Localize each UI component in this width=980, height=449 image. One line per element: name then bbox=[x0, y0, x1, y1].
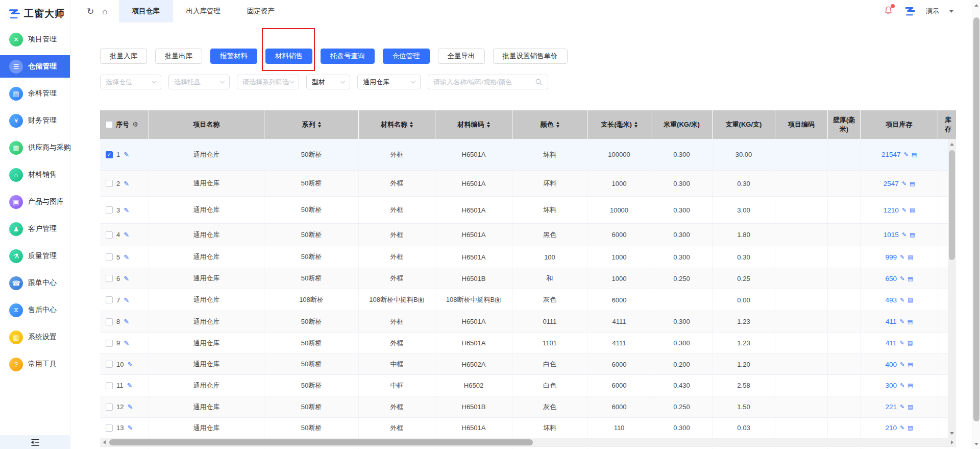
table-vertical-scrollbar-thumb[interactable] bbox=[949, 150, 955, 260]
toolbar-button-alert-materials[interactable]: 报警材料 bbox=[210, 49, 257, 64]
column-header-length[interactable]: 支长(毫米) bbox=[587, 110, 651, 139]
edit-row-pencil-icon[interactable]: ✎ bbox=[124, 231, 129, 239]
row-checkbox[interactable] bbox=[106, 340, 113, 347]
sort-desc-icon[interactable] bbox=[318, 125, 321, 128]
sort-toggle-icon[interactable] bbox=[318, 122, 321, 128]
edit-stock-icon[interactable]: ✎ bbox=[902, 181, 906, 186]
stock-detail-document-icon[interactable]: ▤ bbox=[908, 319, 913, 324]
project-stock-link[interactable]: 650 bbox=[885, 275, 897, 282]
project-stock-link[interactable]: 411 bbox=[886, 318, 897, 325]
filter-select-warehouse[interactable]: 通用仓库 bbox=[357, 75, 421, 89]
sort-desc-icon[interactable] bbox=[410, 125, 413, 128]
project-stock-link[interactable]: 210 bbox=[885, 424, 897, 432]
sidebar-item-after-sales-center[interactable]: ⧖售后中心 bbox=[0, 299, 70, 321]
refresh-icon[interactable]: ↻ bbox=[87, 7, 94, 16]
sidebar-item-quality-management[interactable]: ⚗质量管理 bbox=[0, 245, 70, 267]
project-stock-link[interactable]: 411 bbox=[886, 339, 897, 347]
sidebar-item-customer-management[interactable]: ♟客户管理 bbox=[0, 218, 70, 240]
sort-asc-icon[interactable] bbox=[410, 122, 413, 124]
edit-row-pencil-icon[interactable]: ✎ bbox=[124, 339, 129, 347]
sort-toggle-icon[interactable] bbox=[556, 122, 559, 128]
sidebar-item-surplus-management[interactable]: ▤余料管理 bbox=[0, 82, 70, 105]
horizontal-scrollbar-thumb[interactable] bbox=[109, 439, 533, 445]
collapse-sidebar-icon[interactable] bbox=[30, 438, 40, 446]
toolbar-button-batch-set-sales-price[interactable]: 批量设置销售单价 bbox=[493, 49, 568, 64]
toolbar-button-batch-outbound[interactable]: 批量出库 bbox=[155, 49, 202, 64]
toolbar-button-batch-inbound[interactable]: 批量入库 bbox=[100, 49, 147, 64]
user-dropdown-caret-icon[interactable] bbox=[949, 10, 953, 13]
edit-row-pencil-icon[interactable]: ✎ bbox=[127, 403, 133, 411]
project-stock-link[interactable]: 1210 bbox=[884, 206, 899, 214]
stock-detail-document-icon[interactable]: ▤ bbox=[908, 362, 913, 367]
edit-row-pencil-icon[interactable]: ✎ bbox=[124, 151, 129, 158]
row-checkbox[interactable] bbox=[106, 404, 113, 411]
sidebar-item-order-follow-center[interactable]: ☎跟单中心 bbox=[0, 272, 70, 294]
filter-select-bin[interactable]: 选择仓位 bbox=[100, 75, 161, 89]
project-stock-link[interactable]: 493 bbox=[885, 296, 897, 304]
edit-stock-icon[interactable]: ✎ bbox=[903, 152, 908, 157]
edit-row-pencil-icon[interactable]: ✎ bbox=[124, 296, 129, 304]
edit-row-pencil-icon[interactable]: ✎ bbox=[124, 206, 129, 214]
tab-project-warehouse[interactable]: 项目仓库 bbox=[119, 0, 173, 22]
row-checkbox[interactable] bbox=[106, 382, 113, 389]
row-checkbox[interactable] bbox=[106, 361, 113, 368]
scroll-left-arrow-icon[interactable] bbox=[100, 438, 108, 446]
sidebar-item-material-sales[interactable]: ⌂材料销售 bbox=[0, 163, 70, 186]
table-vertical-scrollbar[interactable] bbox=[948, 139, 956, 438]
stock-detail-document-icon[interactable]: ▤ bbox=[910, 207, 915, 213]
row-checkbox[interactable] bbox=[106, 206, 113, 214]
stock-detail-document-icon[interactable]: ▤ bbox=[908, 254, 913, 260]
filter-select-profile-type[interactable]: 型材 bbox=[306, 75, 350, 89]
tab-inout-management[interactable]: 出入库管理 bbox=[173, 0, 234, 22]
project-stock-link[interactable]: 221 bbox=[885, 403, 897, 411]
sort-asc-icon[interactable] bbox=[556, 122, 559, 124]
horizontal-scrollbar[interactable] bbox=[100, 438, 956, 446]
page-vertical-scrollbar-thumb[interactable] bbox=[973, 17, 979, 421]
edit-row-pencil-icon[interactable]: ✎ bbox=[127, 382, 133, 389]
sort-asc-icon[interactable] bbox=[318, 122, 321, 124]
sort-asc-icon[interactable] bbox=[487, 122, 490, 124]
stock-detail-document-icon[interactable]: ▤ bbox=[908, 297, 913, 303]
sort-toggle-icon[interactable] bbox=[487, 122, 490, 128]
sidebar-item-project-management[interactable]: ✕项目管理 bbox=[0, 28, 70, 51]
row-checkbox[interactable] bbox=[106, 180, 113, 187]
stock-detail-document-icon[interactable]: ▤ bbox=[908, 425, 913, 431]
row-checkbox[interactable] bbox=[106, 424, 113, 432]
sort-desc-icon[interactable] bbox=[487, 125, 490, 128]
search-input[interactable] bbox=[433, 78, 535, 86]
scroll-right-arrow-icon[interactable] bbox=[948, 438, 956, 446]
stock-detail-document-icon[interactable]: ▤ bbox=[908, 340, 913, 346]
edit-row-pencil-icon[interactable]: ✎ bbox=[124, 275, 129, 282]
edit-row-pencil-icon[interactable]: ✎ bbox=[124, 318, 129, 325]
edit-stock-icon[interactable]: ✎ bbox=[902, 232, 906, 238]
edit-stock-icon[interactable]: ✎ bbox=[902, 207, 906, 213]
column-header-color[interactable]: 颜色 bbox=[512, 110, 587, 139]
table-scroll-down-arrow-icon[interactable] bbox=[948, 429, 956, 437]
edit-stock-icon[interactable]: ✎ bbox=[900, 254, 904, 260]
stock-detail-document-icon[interactable]: ▤ bbox=[908, 383, 913, 388]
home-icon[interactable]: ⌂ bbox=[102, 7, 107, 16]
table-scroll-up-arrow-icon[interactable] bbox=[948, 140, 956, 148]
row-checkbox[interactable] bbox=[106, 318, 113, 325]
toolbar-button-bin-management[interactable]: 仓位管理 bbox=[383, 49, 430, 64]
edit-stock-icon[interactable]: ✎ bbox=[900, 404, 904, 410]
sidebar-item-product-gallery[interactable]: ▣产品与图库 bbox=[0, 191, 70, 213]
sidebar-item-common-tools[interactable]: ?常用工具 bbox=[0, 353, 70, 375]
edit-stock-icon[interactable]: ✎ bbox=[899, 319, 904, 324]
edit-row-pencil-icon[interactable]: ✎ bbox=[127, 424, 133, 432]
row-checkbox[interactable] bbox=[106, 275, 113, 282]
row-checkbox[interactable] bbox=[106, 296, 113, 303]
select-all-checkbox[interactable] bbox=[106, 121, 113, 128]
filter-select-series-filter[interactable]: 请选择系列筛选 bbox=[237, 75, 299, 89]
sidebar-item-finance-management[interactable]: ¥财务管理 bbox=[0, 109, 70, 132]
column-header-code[interactable]: 材料编码 bbox=[435, 110, 512, 139]
edit-stock-icon[interactable]: ✎ bbox=[900, 425, 904, 431]
column-settings-gear-icon[interactable]: ⚙ bbox=[132, 120, 138, 129]
sidebar-item-warehouse-management[interactable]: ☰仓储管理 bbox=[0, 55, 70, 78]
column-header-material[interactable]: 材料名称 bbox=[359, 110, 435, 139]
stock-detail-document-icon[interactable]: ▤ bbox=[910, 181, 915, 186]
page-scroll-down-arrow-icon[interactable] bbox=[972, 440, 980, 448]
stock-detail-document-icon[interactable]: ▤ bbox=[908, 276, 913, 281]
edit-stock-icon[interactable]: ✎ bbox=[899, 340, 904, 346]
sort-desc-icon[interactable] bbox=[556, 125, 559, 128]
